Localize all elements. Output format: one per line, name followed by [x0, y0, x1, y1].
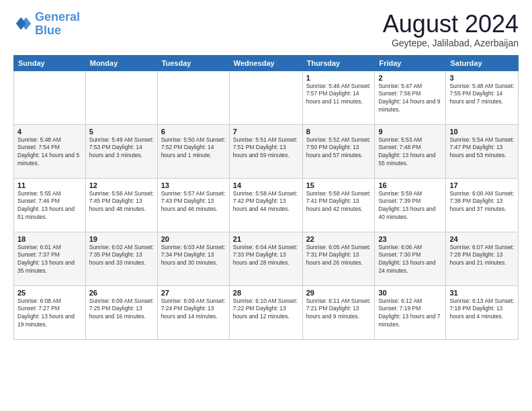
calendar-cell: 21Sunrise: 6:04 AM Sunset: 7:33 PM Dayli…	[229, 232, 302, 285]
calendar-cell: 18Sunrise: 6:01 AM Sunset: 7:37 PM Dayli…	[14, 232, 86, 285]
day-number: 23	[378, 235, 442, 243]
day-number: 13	[161, 181, 226, 189]
calendar-cell: 12Sunrise: 5:56 AM Sunset: 7:45 PM Dayli…	[85, 178, 157, 232]
day-number: 3	[449, 74, 515, 82]
day-info: Sunrise: 6:11 AM Sunset: 7:21 PM Dayligh…	[306, 298, 371, 322]
day-info: Sunrise: 6:13 AM Sunset: 7:18 PM Dayligh…	[449, 298, 515, 322]
day-info: Sunrise: 6:04 AM Sunset: 7:33 PM Dayligh…	[233, 244, 299, 268]
day-number: 24	[449, 235, 515, 243]
day-number: 1	[306, 74, 371, 82]
subtitle: Geytepe, Jalilabad, Azerbaijan	[383, 38, 519, 48]
calendar-cell: 15Sunrise: 5:58 AM Sunset: 7:41 PM Dayli…	[302, 178, 375, 232]
weekday-header: Friday	[375, 55, 446, 71]
day-number: 30	[378, 289, 442, 297]
day-number: 8	[306, 128, 371, 136]
day-info: Sunrise: 6:01 AM Sunset: 7:37 PM Dayligh…	[17, 244, 82, 276]
day-number: 29	[306, 289, 371, 297]
weekday-header: Wednesday	[229, 55, 302, 71]
day-info: Sunrise: 6:09 AM Sunset: 7:24 PM Dayligh…	[161, 298, 226, 322]
day-info: Sunrise: 5:46 AM Sunset: 7:57 PM Dayligh…	[306, 83, 371, 107]
page: General Blue August 2024 Geytepe, Jalila…	[0, 0, 532, 411]
calendar-cell: 11Sunrise: 5:55 AM Sunset: 7:46 PM Dayli…	[14, 178, 86, 232]
calendar-cell: 26Sunrise: 6:09 AM Sunset: 7:25 PM Dayli…	[85, 285, 157, 339]
day-info: Sunrise: 5:47 AM Sunset: 7:56 PM Dayligh…	[378, 83, 442, 115]
day-number: 6	[161, 128, 226, 136]
day-info: Sunrise: 6:06 AM Sunset: 7:30 PM Dayligh…	[378, 244, 442, 276]
calendar-cell: 17Sunrise: 6:00 AM Sunset: 7:38 PM Dayli…	[446, 178, 519, 232]
day-number: 2	[378, 74, 442, 82]
day-number: 28	[233, 289, 299, 297]
day-number: 12	[89, 181, 154, 189]
calendar-cell: 1Sunrise: 5:46 AM Sunset: 7:57 PM Daylig…	[302, 71, 375, 124]
calendar-cell: 5Sunrise: 5:49 AM Sunset: 7:53 PM Daylig…	[85, 124, 157, 178]
day-info: Sunrise: 6:09 AM Sunset: 7:25 PM Dayligh…	[89, 298, 154, 322]
calendar-cell: 24Sunrise: 6:07 AM Sunset: 7:28 PM Dayli…	[446, 232, 519, 285]
day-info: Sunrise: 5:50 AM Sunset: 7:52 PM Dayligh…	[161, 136, 226, 161]
day-info: Sunrise: 5:51 AM Sunset: 7:51 PM Dayligh…	[233, 136, 299, 161]
day-number: 27	[161, 289, 226, 297]
weekday-header: Saturday	[446, 55, 519, 71]
calendar-cell: 22Sunrise: 6:05 AM Sunset: 7:31 PM Dayli…	[302, 232, 375, 285]
day-info: Sunrise: 6:03 AM Sunset: 7:34 PM Dayligh…	[161, 244, 226, 268]
day-number: 21	[233, 235, 299, 243]
calendar-cell: 9Sunrise: 5:53 AM Sunset: 7:48 PM Daylig…	[375, 124, 446, 178]
calendar-cell: 28Sunrise: 6:10 AM Sunset: 7:22 PM Dayli…	[229, 285, 302, 339]
day-info: Sunrise: 5:58 AM Sunset: 7:41 PM Dayligh…	[306, 190, 371, 214]
calendar-cell	[157, 71, 229, 124]
day-info: Sunrise: 5:52 AM Sunset: 7:50 PM Dayligh…	[306, 136, 371, 161]
day-info: Sunrise: 5:48 AM Sunset: 7:54 PM Dayligh…	[17, 136, 82, 169]
logo-line1: General	[35, 10, 80, 24]
day-number: 25	[17, 289, 82, 297]
logo-line2: Blue	[35, 24, 61, 37]
calendar-cell: 10Sunrise: 5:54 AM Sunset: 7:47 PM Dayli…	[446, 124, 519, 178]
calendar-cell	[85, 71, 157, 124]
day-info: Sunrise: 6:00 AM Sunset: 7:38 PM Dayligh…	[449, 190, 515, 214]
day-number: 15	[306, 181, 371, 189]
weekday-header: Monday	[85, 55, 157, 71]
day-info: Sunrise: 6:10 AM Sunset: 7:22 PM Dayligh…	[233, 298, 299, 322]
logo: General Blue	[13, 11, 80, 38]
main-title: August 2024	[383, 11, 519, 38]
day-info: Sunrise: 6:08 AM Sunset: 7:27 PM Dayligh…	[17, 298, 82, 330]
day-info: Sunrise: 5:53 AM Sunset: 7:48 PM Dayligh…	[378, 136, 442, 169]
calendar-cell: 8Sunrise: 5:52 AM Sunset: 7:50 PM Daylig…	[302, 124, 375, 178]
calendar-cell: 6Sunrise: 5:50 AM Sunset: 7:52 PM Daylig…	[157, 124, 229, 178]
calendar-cell: 25Sunrise: 6:08 AM Sunset: 7:27 PM Dayli…	[14, 285, 86, 339]
day-number: 9	[378, 128, 442, 136]
day-info: Sunrise: 5:56 AM Sunset: 7:45 PM Dayligh…	[89, 190, 154, 214]
calendar-table: SundayMondayTuesdayWednesdayThursdayFrid…	[13, 55, 519, 340]
day-info: Sunrise: 5:59 AM Sunset: 7:39 PM Dayligh…	[378, 190, 442, 222]
day-info: Sunrise: 6:02 AM Sunset: 7:35 PM Dayligh…	[89, 244, 154, 268]
day-number: 7	[233, 128, 299, 136]
calendar-cell: 29Sunrise: 6:11 AM Sunset: 7:21 PM Dayli…	[302, 285, 375, 339]
logo-text: General Blue	[35, 11, 80, 38]
header-section: General Blue August 2024 Geytepe, Jalila…	[13, 11, 519, 48]
calendar-cell: 13Sunrise: 5:57 AM Sunset: 7:43 PM Dayli…	[157, 178, 229, 232]
day-info: Sunrise: 5:49 AM Sunset: 7:53 PM Dayligh…	[89, 136, 154, 161]
day-number: 26	[89, 289, 154, 297]
day-info: Sunrise: 6:07 AM Sunset: 7:28 PM Dayligh…	[449, 244, 515, 268]
calendar-cell: 7Sunrise: 5:51 AM Sunset: 7:51 PM Daylig…	[229, 124, 302, 178]
day-number: 17	[449, 181, 515, 189]
day-info: Sunrise: 5:58 AM Sunset: 7:42 PM Dayligh…	[233, 190, 299, 214]
calendar-cell: 20Sunrise: 6:03 AM Sunset: 7:34 PM Dayli…	[157, 232, 229, 285]
calendar-week-row: 25Sunrise: 6:08 AM Sunset: 7:27 PM Dayli…	[14, 285, 519, 339]
weekday-header: Tuesday	[157, 55, 229, 71]
weekday-header: Sunday	[14, 55, 86, 71]
day-info: Sunrise: 5:48 AM Sunset: 7:55 PM Dayligh…	[449, 83, 515, 107]
calendar-header-row: SundayMondayTuesdayWednesdayThursdayFrid…	[14, 55, 519, 71]
day-number: 16	[378, 181, 442, 189]
logo-icon	[13, 15, 32, 34]
calendar-week-row: 1Sunrise: 5:46 AM Sunset: 7:57 PM Daylig…	[14, 71, 519, 124]
title-section: August 2024 Geytepe, Jalilabad, Azerbaij…	[383, 11, 519, 48]
weekday-header: Thursday	[302, 55, 375, 71]
day-number: 22	[306, 235, 371, 243]
calendar-cell: 30Sunrise: 6:12 AM Sunset: 7:19 PM Dayli…	[375, 285, 446, 339]
calendar-cell: 4Sunrise: 5:48 AM Sunset: 7:54 PM Daylig…	[14, 124, 86, 178]
day-number: 4	[17, 128, 82, 136]
calendar-week-row: 11Sunrise: 5:55 AM Sunset: 7:46 PM Dayli…	[14, 178, 519, 232]
calendar-cell	[14, 71, 86, 124]
calendar-cell: 3Sunrise: 5:48 AM Sunset: 7:55 PM Daylig…	[446, 71, 519, 124]
calendar-cell: 19Sunrise: 6:02 AM Sunset: 7:35 PM Dayli…	[85, 232, 157, 285]
day-number: 31	[449, 289, 515, 297]
